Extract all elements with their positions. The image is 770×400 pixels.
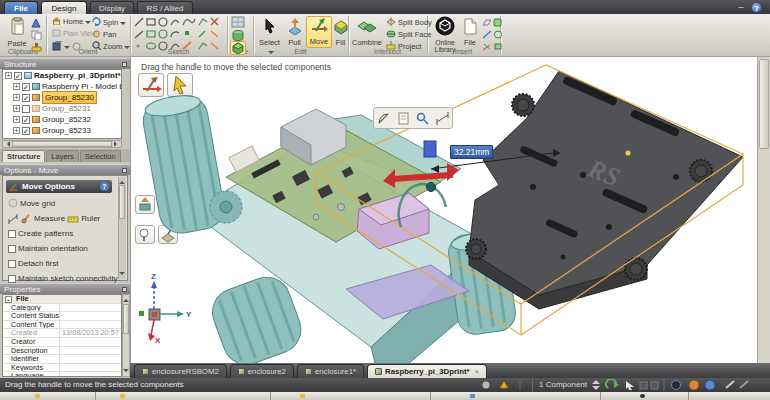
property-row[interactable]: Creator <box>3 338 121 347</box>
3d-viewport[interactable]: Drag the handle to move the selected com… <box>130 57 770 363</box>
expander-icon[interactable]: + <box>5 72 12 79</box>
tree-item-label[interactable]: Group_85232 <box>42 114 91 125</box>
checkbox-icon[interactable]: ✓ <box>22 94 30 102</box>
close-tab-icon[interactable]: × <box>475 365 480 379</box>
tree-root-label[interactable]: Raspberry_pi_3Dprint* <box>34 70 121 81</box>
insert-plane-icon[interactable] <box>482 18 492 29</box>
tab-selection[interactable]: Selection <box>80 150 121 162</box>
checkbox-icon[interactable]: ✓ <box>14 72 22 80</box>
doc-tab-enclosure2[interactable]: enclosure2 <box>230 364 294 378</box>
split-body-button[interactable]: Split Body <box>386 17 432 28</box>
format-painter-icon[interactable] <box>31 18 42 30</box>
combine-button[interactable]: Combine <box>352 18 382 47</box>
doc-tab-enclosure1[interactable]: enclosure1* <box>297 364 364 378</box>
project-button[interactable]: Project <box>386 41 421 52</box>
dimension-value-label[interactable]: 32.21mm <box>450 145 493 159</box>
paste-button[interactable]: Paste <box>5 17 29 48</box>
dimension-tool-icon[interactable] <box>436 112 449 125</box>
plan-view-button[interactable]: Plan View <box>52 29 96 39</box>
taskbar-item-icon[interactable] <box>300 394 305 398</box>
move-button[interactable]: Move <box>306 16 332 48</box>
sketch-tool-grid[interactable] <box>133 16 225 56</box>
zoom-tool-icon[interactable] <box>416 112 429 125</box>
taskbar-item-icon[interactable] <box>470 394 475 398</box>
tree-row-root[interactable]: + ✓ Raspberry_pi_3Dprint* <box>3 70 121 81</box>
pin-icon[interactable] <box>122 62 127 67</box>
checkbox-icon[interactable] <box>8 245 16 253</box>
property-row[interactable]: Content Status <box>3 312 121 321</box>
pin-icon[interactable] <box>122 287 127 292</box>
checkbox-icon[interactable]: ✓ <box>22 116 30 124</box>
split-face-button[interactable]: Split Face <box>386 29 431 40</box>
scroll-left-icon[interactable] <box>4 141 10 147</box>
status-right-icons[interactable] <box>588 379 768 391</box>
scroll-up-icon[interactable] <box>119 178 125 184</box>
scroll-down-icon[interactable] <box>123 369 129 375</box>
property-row[interactable]: Language <box>3 372 121 377</box>
options-panel-header[interactable]: Options - Move <box>0 164 130 175</box>
pull-button[interactable]: Pull <box>284 18 305 47</box>
option-create-patterns[interactable]: Create patterns <box>8 229 73 238</box>
move-grid-option[interactable]: Move grid <box>8 198 55 208</box>
collapse-icon[interactable]: - <box>5 296 12 303</box>
property-row[interactable]: Keywords <box>3 364 121 373</box>
scroll-right-icon[interactable] <box>114 141 120 147</box>
option-detach-first[interactable]: Detach first <box>8 259 58 268</box>
taskbar-item-icon[interactable] <box>120 394 125 398</box>
properties-scrollbar[interactable] <box>122 294 130 377</box>
doc-tab-raspberry-pi-3dprint[interactable]: Raspberry_pi_3Dprint*× <box>367 364 487 378</box>
scroll-down-icon[interactable] <box>119 272 125 278</box>
properties-panel-header[interactable]: Properties <box>0 283 130 294</box>
checkbox-icon[interactable] <box>8 275 16 283</box>
tree-item-label[interactable]: Group_85233 <box>42 125 91 136</box>
properties-section-file[interactable]: - File <box>3 295 121 304</box>
insert-axis-icon[interactable] <box>482 30 492 41</box>
scroll-thumb[interactable] <box>759 59 769 149</box>
tab-design[interactable]: Design <box>41 1 87 14</box>
notes-icon[interactable] <box>397 112 410 125</box>
tab-layers[interactable]: Layers <box>46 150 79 162</box>
options-scrollbar[interactable] <box>118 177 126 279</box>
structure-panel-header[interactable]: Structure <box>0 58 130 69</box>
option-maintain-orientation[interactable]: Maintain orientation <box>8 244 88 253</box>
taskbar-item-icon[interactable] <box>35 394 40 398</box>
checkbox-icon[interactable]: ✓ <box>22 127 30 135</box>
scroll-thumb[interactable] <box>123 304 129 334</box>
select-button[interactable]: Select <box>256 18 283 56</box>
home-view-button[interactable]: Home <box>52 17 91 27</box>
tab-structure[interactable]: Structure <box>2 150 45 162</box>
insert-cylinder-icon[interactable] <box>493 42 503 53</box>
expander-icon[interactable]: + <box>13 127 20 134</box>
checkbox-icon[interactable]: ✓ <box>22 83 30 91</box>
insert-sphere-icon[interactable] <box>493 30 503 41</box>
tree-row[interactable]: + ✓ Group_85232 <box>3 114 121 125</box>
checkbox-icon[interactable] <box>22 105 30 113</box>
online-library-button[interactable]: Online Library <box>431 16 459 53</box>
tab-rs-allied[interactable]: RS / Allied <box>137 1 193 14</box>
scroll-thumb[interactable] <box>119 185 125 219</box>
taskbar-item-icon[interactable] <box>640 394 645 398</box>
measure-button[interactable]: Measure <box>34 214 65 223</box>
copy-icon[interactable] <box>31 30 42 42</box>
property-row[interactable]: Description <box>3 347 121 356</box>
expander-icon[interactable]: + <box>13 105 20 112</box>
property-row[interactable]: Identifier <box>3 355 121 364</box>
viewport-scrollbar[interactable] <box>757 57 770 363</box>
solid-mode-button[interactable] <box>230 41 246 55</box>
sketch-mode-button[interactable] <box>231 16 245 30</box>
insert-origin-icon[interactable] <box>482 42 492 53</box>
protractor-icon[interactable] <box>377 112 390 125</box>
property-row[interactable]: Category <box>3 304 121 313</box>
tree-row[interactable]: + ✓ Group_85233 <box>3 125 121 136</box>
tree-item-label[interactable]: Group_85231 <box>42 103 91 114</box>
tab-display[interactable]: Display <box>90 1 134 14</box>
zoom-button[interactable]: Zoom <box>92 41 130 52</box>
option-maintain-sketch[interactable]: Maintain sketch connectivity <box>8 274 118 283</box>
minimize-ribbon-button[interactable]: – <box>735 2 747 12</box>
pan-button[interactable]: Pan <box>92 29 116 40</box>
move-options-help-icon[interactable]: ? <box>100 182 109 191</box>
file-menu-button[interactable]: File <box>4 1 38 14</box>
structure-horizontal-scrollbar[interactable] <box>2 140 122 148</box>
pin-icon[interactable] <box>122 168 127 173</box>
scroll-thumb[interactable] <box>12 141 112 147</box>
